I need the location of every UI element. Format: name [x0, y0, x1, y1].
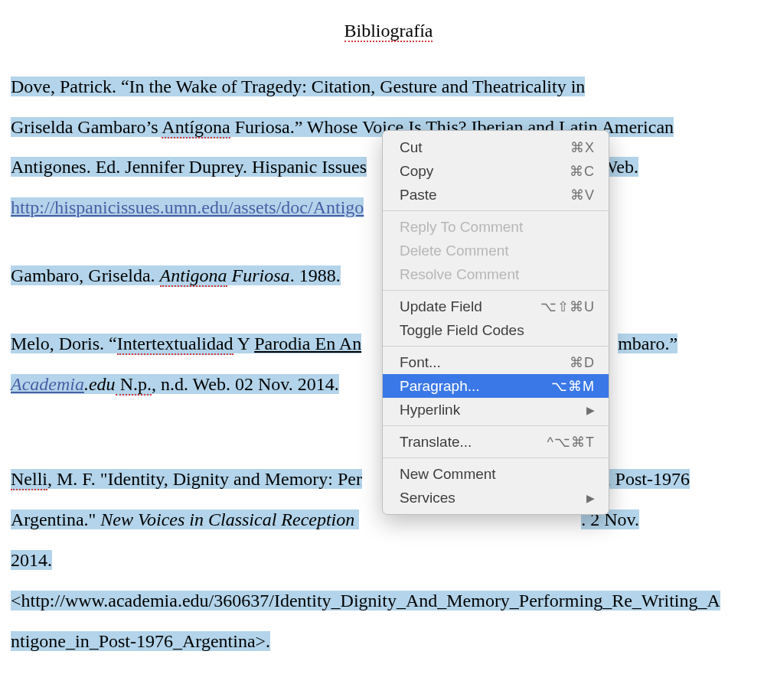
- menu-label: Cut: [400, 140, 423, 155]
- misspelling: Nelli: [11, 469, 47, 490]
- menu-shortcut: ⌘C: [570, 164, 595, 178]
- menu-item-paragraph[interactable]: Paragraph... ⌥⌘M: [383, 374, 609, 398]
- text: Melo, Doris. “: [11, 334, 117, 353]
- text: <http://www.academia.edu/360637/Identity…: [11, 591, 720, 610]
- text: Furiosa: [227, 265, 290, 285]
- menu-separator: [383, 425, 609, 426]
- text: ntigone_in_Post-1976_Argentina>.: [11, 631, 270, 651]
- menu-item-reply-comment: Reply To Comment: [383, 215, 609, 239]
- text: Gambaro, Griselda.: [11, 265, 160, 285]
- menu-label: Services: [400, 490, 455, 505]
- bib-entry-nelli-line4: <http://www.academia.edu/360637/Identity…: [11, 581, 766, 621]
- menu-label: Reply To Comment: [400, 220, 523, 234]
- hyperlink[interactable]: Academia: [11, 374, 84, 394]
- text: Antigones. Ed. Jennifer Duprey. Hispanic…: [11, 157, 367, 177]
- menu-label: Toggle Field Codes: [400, 323, 524, 337]
- menu-item-services[interactable]: Services ▶: [383, 486, 609, 510]
- misspelling: Antígona: [162, 117, 230, 138]
- text: 2014.: [11, 550, 52, 570]
- menu-label: Hyperlink: [400, 402, 460, 417]
- menu-item-cut[interactable]: Cut ⌘X: [383, 135, 609, 159]
- menu-item-translate[interactable]: Translate... ^⌥⌘T: [383, 430, 609, 454]
- text: .edu: [84, 374, 116, 394]
- chevron-right-icon: ▶: [586, 493, 595, 503]
- bib-entry-nelli-line5: ntigone_in_Post-1976_Argentina>.: [11, 621, 766, 662]
- menu-shortcut: ⌘V: [570, 188, 595, 202]
- menu-item-toggle-field-codes[interactable]: Toggle Field Codes: [383, 318, 609, 342]
- menu-item-font[interactable]: Font... ⌘D: [383, 350, 609, 374]
- hyperlink[interactable]: http://hispanicissues.umn.edu/assets/doc…: [11, 197, 364, 217]
- menu-label: Paste: [400, 187, 437, 202]
- menu-shortcut: ^⌥⌘T: [547, 435, 595, 449]
- menu-separator: [383, 290, 609, 291]
- menu-label: Update Field: [400, 299, 482, 314]
- text: mbaro.”: [618, 334, 677, 353]
- bib-entry-dove: Dove, Patrick. “In the Wake of Tragedy: …: [11, 67, 766, 107]
- menu-item-update-field[interactable]: Update Field ⌥⇧⌘U: [383, 295, 609, 318]
- menu-label: Translate...: [400, 435, 472, 449]
- menu-label: Paragraph...: [400, 379, 480, 393]
- text: , M. F. "Identity, Dignity and Memory: P…: [47, 469, 362, 489]
- text: Griselda Gambaro’s: [11, 117, 162, 137]
- menu-shortcut: ⌘D: [570, 356, 595, 370]
- menu-separator: [383, 346, 609, 347]
- text: , n.d. Web. 02 Nov. 2014.: [152, 374, 339, 394]
- text: Y: [233, 334, 255, 353]
- context-menu: Cut ⌘X Copy ⌘C Paste ⌘V Reply To Comment…: [382, 130, 609, 515]
- misspelling: N.p.: [116, 374, 152, 396]
- menu-label: Font...: [400, 355, 441, 370]
- page-title: Bibliografía: [11, 11, 766, 51]
- menu-label: Resolve Comment: [400, 267, 519, 282]
- menu-item-paste[interactable]: Paste ⌘V: [383, 183, 609, 207]
- menu-label: Copy: [400, 164, 433, 178]
- menu-item-new-comment[interactable]: New Comment: [383, 462, 609, 486]
- chevron-right-icon: ▶: [586, 405, 595, 415]
- title-text: Bibliografía: [344, 21, 433, 42]
- menu-item-delete-comment: Delete Comment: [383, 239, 609, 262]
- menu-item-resolve-comment: Resolve Comment: [383, 262, 609, 286]
- text: . 1988.: [290, 265, 341, 285]
- menu-separator: [383, 210, 609, 211]
- document-page: Bibliografía Dove, Patrick. “In the Wake…: [0, 0, 777, 692]
- misspelling: Antigona: [160, 265, 227, 287]
- bib-entry-nelli-line3: 2014.: [11, 540, 766, 581]
- menu-separator: [383, 457, 609, 458]
- text: New Voices in Classical Reception: [100, 510, 359, 529]
- menu-label: Delete Comment: [400, 243, 509, 258]
- menu-label: New Comment: [400, 467, 496, 481]
- menu-shortcut: ⌘X: [570, 141, 595, 155]
- misspelling: Intertextualidad: [117, 334, 233, 355]
- text: Parodia En An: [254, 334, 361, 353]
- menu-shortcut: ⌥⇧⌘U: [540, 300, 595, 314]
- menu-shortcut: ⌥⌘M: [551, 379, 595, 393]
- menu-item-copy[interactable]: Copy ⌘C: [383, 159, 609, 183]
- text: Dove, Patrick. “In the Wake of Tragedy: …: [11, 77, 585, 96]
- text: Argentina.": [11, 510, 100, 529]
- menu-item-hyperlink[interactable]: Hyperlink ▶: [383, 398, 609, 422]
